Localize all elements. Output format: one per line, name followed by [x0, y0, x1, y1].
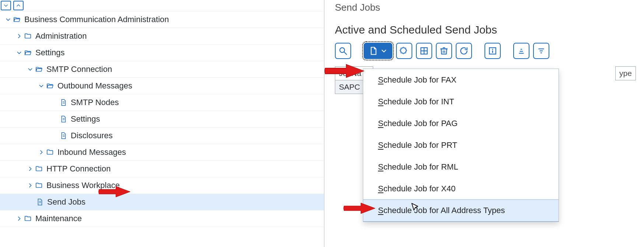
tree-label: Settings [71, 114, 100, 124]
folder-icon [46, 148, 55, 157]
tree-node-bca[interactable]: Business Communication Administration [0, 11, 324, 28]
tree-node-administration[interactable]: Administration [0, 28, 324, 44]
chevron-right-icon[interactable] [37, 148, 46, 157]
filter-icon [536, 46, 546, 56]
section-title: Active and Scheduled Send Jobs [335, 24, 636, 36]
collapse-all-button[interactable] [1, 1, 11, 10]
tree-node-outbound-messages[interactable]: Outbound Messages [0, 77, 324, 94]
dropdown-item-pag[interactable]: Schedule Job for PAG [363, 112, 559, 134]
document-icon [59, 131, 68, 140]
toolbar [335, 43, 636, 59]
puzzle-icon [399, 46, 409, 56]
tree-node-send-jobs[interactable]: Send Jobs [0, 194, 324, 210]
sort-button[interactable] [513, 43, 529, 59]
tree-label: Disclosures [71, 131, 113, 140]
dropdown-item-all-address-types[interactable]: Schedule Job for All Address Types [363, 199, 559, 222]
refresh-button[interactable] [456, 43, 472, 59]
tree-label: Outbound Messages [57, 81, 132, 91]
folder-open-icon [13, 15, 21, 24]
tree-node-http-connection[interactable]: HTTP Connection [0, 160, 324, 177]
puzzle-button[interactable] [396, 43, 412, 59]
tree-label: SMTP Nodes [71, 98, 119, 107]
folder-open-icon [24, 48, 32, 57]
refresh-icon [459, 46, 469, 56]
column-type[interactable]: ype [615, 66, 636, 80]
annotation-arrow-icon [343, 201, 376, 216]
navigation-tree: Business Communication Administration Ad… [0, 0, 325, 247]
table-icon [419, 46, 429, 56]
annotation-arrow-icon [98, 184, 131, 199]
dropdown-item-rml[interactable]: Schedule Job for RML [363, 156, 559, 178]
new-job-split-button[interactable] [364, 43, 392, 59]
tree-node-maintenance[interactable]: Maintenance [0, 210, 324, 227]
tree-node-disclosures[interactable]: Disclosures [0, 127, 324, 144]
tree-label: Send Jobs [47, 197, 85, 207]
tree-node-settings-leaf[interactable]: Settings [0, 111, 324, 127]
folder-open-icon [35, 65, 43, 74]
document-icon [35, 198, 44, 206]
mouse-cursor-icon [410, 202, 420, 212]
info-button[interactable] [484, 43, 501, 59]
trash-icon [439, 46, 449, 56]
tree-label: SMTP Connection [46, 65, 112, 74]
tree-node-business-workplace[interactable]: Business Workplace [0, 177, 324, 194]
chevron-down-icon[interactable] [26, 65, 35, 74]
tree-node-smtp-connection[interactable]: SMTP Connection [0, 61, 324, 77]
tree-label: Business Communication Administration [24, 15, 169, 24]
expand-all-button[interactable] [13, 1, 24, 10]
folder-open-icon [46, 81, 55, 90]
dropdown-item-int[interactable]: Schedule Job for INT [363, 91, 559, 112]
tree-node-smtp-nodes[interactable]: SMTP Nodes [0, 94, 324, 111]
document-icon [59, 115, 68, 123]
folder-icon [24, 214, 32, 223]
tree-label: Inbound Messages [57, 147, 126, 157]
sort-asc-icon [517, 46, 526, 56]
search-icon [338, 46, 348, 56]
new-document-icon [369, 46, 378, 56]
chevron-right-icon[interactable] [26, 181, 35, 190]
chevron-down-icon[interactable] [4, 15, 13, 24]
tree-node-settings[interactable]: Settings [0, 44, 324, 61]
tree-label: Settings [35, 48, 65, 58]
document-icon [59, 98, 68, 107]
tree-node-inbound-messages[interactable]: Inbound Messages [0, 144, 324, 160]
filter-button[interactable] [533, 43, 549, 59]
tree-body: Business Communication Administration Ad… [0, 11, 324, 247]
dropdown-item-prt[interactable]: Schedule Job for PRT [363, 134, 559, 156]
delete-button[interactable] [436, 43, 452, 59]
schedule-job-dropdown: Schedule Job for FAX Schedule Job for IN… [363, 69, 559, 222]
layout-button[interactable] [416, 43, 432, 59]
folder-icon [35, 164, 43, 173]
chevron-down-icon[interactable] [15, 48, 24, 57]
tree-toolbar [0, 0, 324, 11]
chevron-down-icon [381, 48, 387, 54]
dropdown-item-fax[interactable]: Schedule Job for FAX [363, 69, 559, 91]
search-button[interactable] [335, 43, 351, 59]
folder-icon [35, 181, 43, 190]
chevron-right-icon[interactable] [15, 214, 24, 223]
tree-label: HTTP Connection [46, 164, 111, 174]
page-title: Send Jobs [335, 2, 636, 13]
info-icon [488, 46, 497, 56]
chevron-right-icon[interactable] [26, 164, 35, 173]
annotation-arrow-icon [323, 63, 365, 79]
chevron-down-icon[interactable] [37, 81, 46, 90]
tree-label: Maintenance [35, 214, 82, 223]
chevron-right-icon[interactable] [15, 32, 24, 41]
tree-label: Administration [35, 31, 87, 41]
folder-icon [24, 32, 32, 41]
dropdown-item-x40[interactable]: Schedule Job for X40 [363, 178, 559, 199]
